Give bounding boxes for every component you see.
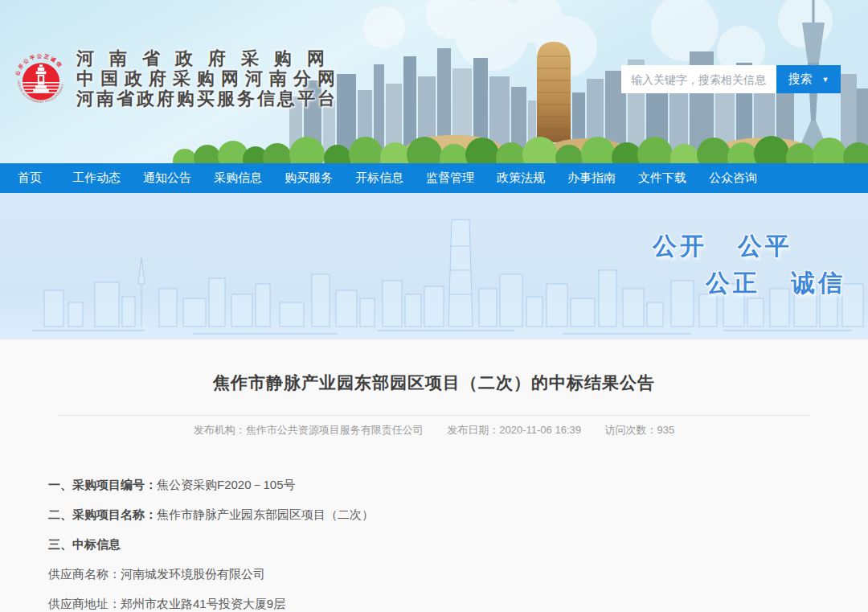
- supplier-name-label: 供应商名称：: [48, 567, 121, 581]
- article-meta: 发布机构：焦作市公共资源项目服务有限责任公司 发布日期：2020-11-06 1…: [0, 423, 868, 437]
- site-title-line2: 中国政府采购网河南分网: [76, 68, 342, 88]
- slogan-justice: 公正: [706, 267, 760, 300]
- site-logo: 公开公平公正诚信 HENAN GOVERNMENT PROCUREMENT: [13, 48, 69, 116]
- supplier-name-value: 河南城发环境股份有限公司: [121, 567, 265, 581]
- visit-count-label: 访问次数：: [605, 424, 657, 436]
- award-info-heading-row: 三、中标信息: [48, 537, 868, 552]
- project-name-row: 二、采购项目名称：焦作市静脉产业园东部园区项目（二次）: [48, 507, 868, 522]
- project-name-value: 焦作市静脉产业园东部园区项目（二次）: [157, 507, 374, 521]
- nav-item-work-trends[interactable]: 工作动态: [72, 170, 121, 186]
- slogan-integrity: 诚信: [791, 267, 845, 300]
- nav-item-bid-opening[interactable]: 开标信息: [355, 170, 403, 186]
- search-box: 搜索 ▼: [621, 65, 841, 93]
- nav-item-supervision[interactable]: 监督管理: [426, 170, 474, 186]
- publisher-group: 发布机构：焦作市公共资源项目服务有限责任公司: [194, 424, 424, 436]
- publish-date-value: 2020-11-06 16:39: [499, 424, 581, 436]
- search-dropdown-caret-icon[interactable]: ▼: [822, 76, 829, 84]
- main-nav: 首页 工作动态 通知公告 采购信息 购买服务 开标信息 监督管理 政策法规 办事…: [0, 163, 868, 193]
- article-body: 一、采购项目编号：焦公资采购F2020－105号 二、采购项目名称：焦作市静脉产…: [48, 478, 868, 611]
- slogan-openness: 公开: [653, 230, 707, 263]
- dotted-divider: [58, 415, 810, 416]
- project-number-value: 焦公资采购F2020－105号: [157, 478, 296, 491]
- site-title-line1: 河南省政府采购网: [76, 48, 342, 68]
- visit-count-value: 935: [657, 424, 675, 436]
- page: 公开公平公正诚信 HENAN GOVERNMENT PROCUREMENT: [0, 0, 868, 612]
- publisher-value: 焦作市公共资源项目服务有限责任公司: [246, 424, 424, 436]
- nav-item-policies[interactable]: 政策法规: [497, 170, 545, 186]
- nav-item-home[interactable]: 首页: [18, 170, 42, 186]
- announcement-content: 焦作市静脉产业园东部园区项目（二次）的中标结果公告 发布机构：焦作市公共资源项目…: [0, 339, 868, 612]
- site-titles: 河南省政府采购网 中国政府采购网河南分网 河南省政府购买服务信息平台: [76, 48, 342, 109]
- search-button-label: 搜索: [788, 72, 813, 87]
- publish-date-label: 发布日期：: [447, 424, 499, 436]
- site-header: 公开公平公正诚信 HENAN GOVERNMENT PROCUREMENT: [0, 0, 868, 163]
- site-title-line3: 河南省政府购买服务信息平台: [76, 88, 342, 109]
- slogan-fairness: 公平: [738, 230, 792, 263]
- nav-item-purchase-services[interactable]: 购买服务: [285, 170, 333, 186]
- project-number-row: 一、采购项目编号：焦公资采购F2020－105号: [48, 478, 868, 492]
- award-info-heading: 三、中标信息: [48, 537, 121, 551]
- supplier-name-row: 供应商名称：河南城发环境股份有限公司: [48, 567, 868, 581]
- visit-count-group: 访问次数：935: [605, 424, 675, 436]
- nav-item-downloads[interactable]: 文件下载: [638, 170, 686, 186]
- supplier-address-label: 供应商地址：: [48, 597, 121, 610]
- supplier-address-value: 郑州市农业路41号投资大厦9层: [121, 597, 285, 610]
- supplier-address-row: 供应商地址：郑州市农业路41号投资大厦9层: [48, 597, 868, 611]
- nav-item-guide[interactable]: 办事指南: [567, 170, 616, 186]
- slogan-banner: 公开 公平 公正 诚信: [0, 193, 868, 339]
- project-name-label: 二、采购项目名称：: [48, 507, 157, 521]
- nav-item-public-consultation[interactable]: 公众咨询: [709, 170, 757, 186]
- page-title: 焦作市静脉产业园东部园区项目（二次）的中标结果公告: [0, 339, 868, 396]
- search-input[interactable]: [621, 65, 776, 93]
- search-button[interactable]: 搜索 ▼: [776, 65, 841, 93]
- publisher-label: 发布机构：: [194, 424, 246, 436]
- project-number-label: 一、采购项目编号：: [48, 478, 157, 491]
- nav-item-notices[interactable]: 通知公告: [143, 170, 191, 186]
- nav-item-procurement-info[interactable]: 采购信息: [214, 170, 262, 186]
- publish-date-group: 发布日期：2020-11-06 16:39: [447, 424, 581, 436]
